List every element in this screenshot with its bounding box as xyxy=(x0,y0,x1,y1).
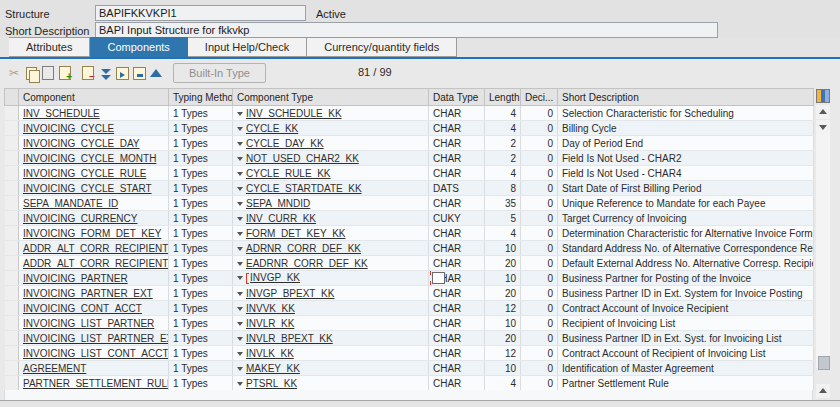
typing-method-dropdown-icon[interactable] xyxy=(237,292,243,296)
length-cell[interactable]: 2 xyxy=(485,151,521,166)
length-cell[interactable]: 20 xyxy=(485,256,521,271)
length-cell[interactable]: 4 xyxy=(485,121,521,136)
data-type-cell[interactable]: CHAR xyxy=(429,196,485,211)
column-header-length[interactable]: Length xyxy=(485,89,521,106)
component-type-link[interactable]: INVLR_BPEXT_KK xyxy=(246,333,333,344)
typing-method-dropdown-icon[interactable] xyxy=(237,187,243,191)
typing-method-cell[interactable]: 1 Types xyxy=(169,196,233,211)
row-selector[interactable] xyxy=(5,286,19,301)
insert-entry-icon[interactable] xyxy=(114,64,130,83)
component-name-link[interactable]: SEPA_MANDATE_ID xyxy=(23,198,118,209)
component-name-link[interactable]: INVOICING_LIST_CONT_ACCT xyxy=(23,348,169,359)
component-name-link[interactable]: INVOICING_CONT_ACCT xyxy=(23,303,142,314)
component-name-link[interactable]: ADDR_ALT_CORR_RECIPIENT_EXT xyxy=(23,258,169,269)
length-cell[interactable]: 4 xyxy=(485,106,521,121)
typing-method-dropdown-icon[interactable] xyxy=(237,112,243,116)
column-header-data-type[interactable]: Data Type xyxy=(429,89,485,106)
move-down-icon[interactable] xyxy=(97,64,113,83)
row-selector[interactable] xyxy=(5,376,19,391)
typing-method-cell[interactable]: 1 Types xyxy=(169,136,233,151)
data-type-cell[interactable]: CHAR xyxy=(429,271,485,286)
typing-method-cell[interactable]: 1 Types xyxy=(169,271,233,286)
length-cell[interactable]: 10 xyxy=(485,271,521,286)
typing-method-dropdown-icon[interactable] xyxy=(237,352,243,356)
component-name-link[interactable]: INVOICING_PARTNER xyxy=(23,273,128,284)
row-selector[interactable] xyxy=(5,211,19,226)
decimals-cell[interactable]: 0 xyxy=(521,271,558,286)
column-header-component-type[interactable]: Component Type xyxy=(233,89,429,106)
component-name-link[interactable]: INVOICING_CYCLE_MONTH xyxy=(23,153,156,164)
length-cell[interactable]: 10 xyxy=(485,241,521,256)
decimals-cell[interactable]: 0 xyxy=(521,376,558,391)
scrollbar-track[interactable] xyxy=(816,134,830,368)
component-name-link[interactable]: INVOICING_FORM_DET_KEY xyxy=(23,228,161,239)
data-type-cell[interactable]: CHAR xyxy=(429,331,485,346)
data-type-cell[interactable]: CHAR xyxy=(429,376,485,391)
typing-method-cell[interactable]: 1 Types xyxy=(169,226,233,241)
component-type-link[interactable]: INVGP_BPEXT_KK xyxy=(246,288,334,299)
decimals-cell[interactable]: 0 xyxy=(521,196,558,211)
data-type-cell[interactable]: CHAR xyxy=(429,361,485,376)
data-type-cell[interactable]: CHAR xyxy=(429,151,485,166)
length-cell[interactable]: 12 xyxy=(485,301,521,316)
typing-method-dropdown-icon[interactable] xyxy=(237,232,243,236)
typing-method-cell[interactable]: 1 Types xyxy=(169,151,233,166)
component-type-link[interactable]: INV_CURR_KK xyxy=(246,213,316,224)
row-selector[interactable] xyxy=(5,196,19,211)
data-type-cell[interactable]: CHAR xyxy=(429,166,485,181)
length-cell[interactable]: 20 xyxy=(485,331,521,346)
data-type-cell[interactable]: CHAR xyxy=(429,316,485,331)
typing-method-dropdown-icon[interactable] xyxy=(237,337,243,341)
length-cell[interactable]: 8 xyxy=(485,181,521,196)
data-type-cell[interactable]: CHAR xyxy=(429,136,485,151)
length-cell[interactable]: 5 xyxy=(485,211,521,226)
component-type-link[interactable]: INV_SCHEDULE_KK xyxy=(246,108,342,119)
tab-attributes[interactable]: Attributes xyxy=(9,37,90,57)
component-type-link[interactable]: CYCLE_STARTDATE_KK xyxy=(246,183,362,194)
decimals-cell[interactable]: 0 xyxy=(521,121,558,136)
component-type-link[interactable]: NOT_USED_CHAR2_KK xyxy=(246,153,359,164)
component-type-link[interactable]: PTSRL_KK xyxy=(246,378,297,389)
data-type-cell[interactable]: CHAR xyxy=(429,226,485,241)
component-name-link[interactable]: AGREEMENT xyxy=(23,363,86,374)
component-type-link[interactable]: FORM_DET_KEY_KK xyxy=(246,228,345,239)
component-name-link[interactable]: INVOICING_CURRENCY xyxy=(23,213,137,224)
length-cell[interactable]: 4 xyxy=(485,376,521,391)
decimals-cell[interactable]: 0 xyxy=(521,211,558,226)
scroll-up-icon[interactable] xyxy=(816,105,830,119)
typing-method-cell[interactable]: 1 Types xyxy=(169,181,233,196)
column-header-short-description[interactable]: Short Description xyxy=(558,89,814,106)
component-name-link[interactable]: ADDR_ALT_CORR_RECIPIENT xyxy=(23,243,168,254)
decimals-cell[interactable]: 0 xyxy=(521,106,558,121)
data-type-cell[interactable]: CHAR xyxy=(429,346,485,361)
typing-method-cell[interactable]: 1 Types xyxy=(169,211,233,226)
scroll-to-top-icon[interactable] xyxy=(816,384,830,398)
paste-icon[interactable] xyxy=(40,64,56,83)
typing-method-dropdown-icon[interactable] xyxy=(237,276,243,280)
decimals-cell[interactable]: 0 xyxy=(521,301,558,316)
typing-method-cell[interactable]: 1 Types xyxy=(169,241,233,256)
length-cell[interactable]: 20 xyxy=(485,286,521,301)
component-name-link[interactable]: INVOICING_CYCLE_RULE xyxy=(23,168,146,179)
row-selector[interactable] xyxy=(5,181,19,196)
data-type-cell[interactable]: DATS xyxy=(429,181,485,196)
typing-method-cell[interactable]: 1 Types xyxy=(169,376,233,391)
row-selector[interactable] xyxy=(5,136,19,151)
component-name-link[interactable]: INV_SCHEDULE xyxy=(23,108,100,119)
decimals-cell[interactable]: 0 xyxy=(521,136,558,151)
component-type-link[interactable]: INVLK_KK xyxy=(246,348,294,359)
decimals-cell[interactable]: 0 xyxy=(521,181,558,196)
cut-icon[interactable] xyxy=(6,64,22,83)
length-cell[interactable]: 12 xyxy=(485,346,521,361)
typing-method-cell[interactable]: 1 Types xyxy=(169,316,233,331)
length-cell[interactable]: 4 xyxy=(485,166,521,181)
component-name-link[interactable]: INVOICING_CYCLE_DAY xyxy=(23,138,140,149)
typing-method-dropdown-icon[interactable] xyxy=(237,247,243,251)
column-header-typing-method[interactable]: Typing Method xyxy=(169,89,233,106)
component-name-link[interactable]: INVOICING_LIST_PARTNER_EXT xyxy=(23,333,169,344)
decimals-cell[interactable]: 0 xyxy=(521,166,558,181)
component-name-link[interactable]: INVOICING_LIST_PARTNER xyxy=(23,318,154,329)
row-selector[interactable] xyxy=(5,316,19,331)
data-type-cell[interactable]: CHAR xyxy=(429,301,485,316)
short-description-field[interactable]: BAPI Input Structure for fkkvkp xyxy=(95,22,718,38)
